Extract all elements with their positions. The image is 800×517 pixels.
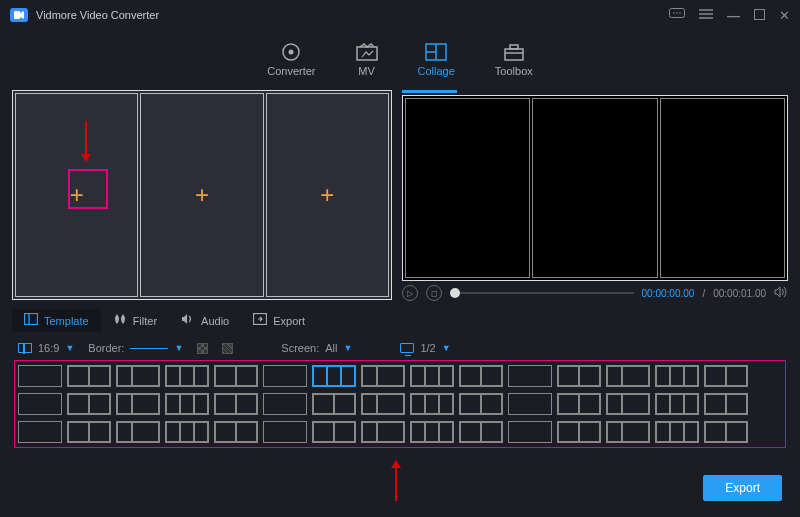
feedback-icon[interactable] [669,8,685,23]
template-thumb-14[interactable] [704,365,748,387]
tab-label: Toolbox [495,65,533,77]
template-thumb-25[interactable] [508,393,552,415]
total-time: 00:00:01.00 [713,288,766,299]
playhead[interactable] [450,288,460,298]
close-button[interactable]: ✕ [779,8,790,23]
template-options: 16:9 ▼ Border: ▼ Screen: All ▼ 1/2 ▼ [0,336,800,360]
border-preview [130,348,168,349]
screen-label: Screen: [281,342,319,354]
template-thumb-2[interactable] [116,365,160,387]
subtab-label: Export [273,315,305,327]
template-thumb-5[interactable] [263,365,307,387]
template-thumb-32[interactable] [116,421,160,443]
template-thumb-44[interactable] [704,421,748,443]
template-thumb-4[interactable] [214,365,258,387]
template-thumb-18[interactable] [165,393,209,415]
play-button[interactable]: ▷ [402,285,418,301]
template-thumb-26[interactable] [557,393,601,415]
app-title: Vidmore Video Converter [36,9,159,21]
tab-mv[interactable]: MV [356,43,378,77]
svg-rect-16 [510,45,518,49]
template-thumb-1[interactable] [67,365,111,387]
app-logo-icon [10,8,28,22]
collage-slot-2[interactable]: + [140,93,263,297]
tab-converter[interactable]: Converter [267,43,315,77]
svg-point-3 [676,12,678,14]
template-thumb-10[interactable] [508,365,552,387]
svg-point-4 [679,12,681,14]
subtab-audio[interactable]: Audio [169,309,241,332]
preview-slot [405,98,530,278]
svg-rect-15 [505,49,523,60]
template-thumb-6[interactable] [312,365,356,387]
display-selector[interactable]: 1/2 ▼ [400,342,450,354]
dropdown-arrow-icon: ▼ [174,343,183,353]
template-thumb-19[interactable] [214,393,258,415]
subtab-label: Audio [201,315,229,327]
template-thumb-9[interactable] [459,365,503,387]
template-thumb-31[interactable] [67,421,111,443]
template-thumb-36[interactable] [312,421,356,443]
maximize-button[interactable] [754,8,765,23]
border-label: Border: [88,342,124,354]
subtab-filter[interactable]: Filter [101,309,169,332]
screen-selector[interactable]: Screen: All ▼ [281,342,352,354]
template-thumb-15[interactable] [18,393,62,415]
template-thumb-30[interactable] [18,421,62,443]
template-thumb-43[interactable] [655,421,699,443]
template-thumb-38[interactable] [410,421,454,443]
template-thumb-24[interactable] [459,393,503,415]
template-thumb-8[interactable] [410,365,454,387]
tab-collage[interactable]: Collage [418,43,455,77]
pattern-checker-button[interactable] [197,343,208,354]
aspect-ratio-selector[interactable]: 16:9 ▼ [18,342,74,354]
template-thumb-28[interactable] [655,393,699,415]
template-thumb-3[interactable] [165,365,209,387]
template-thumb-29[interactable] [704,393,748,415]
dropdown-arrow-icon: ▼ [344,343,353,353]
template-thumb-41[interactable] [557,421,601,443]
template-thumb-12[interactable] [606,365,650,387]
titlebar: Vidmore Video Converter — ✕ [0,0,800,30]
template-thumb-42[interactable] [606,421,650,443]
template-thumb-33[interactable] [165,421,209,443]
subtab-label: Filter [133,315,157,327]
time-sep: / [702,288,705,299]
template-thumb-11[interactable] [557,365,601,387]
template-thumb-13[interactable] [655,365,699,387]
preview-panel: ▷ ◻ 00:00:00.00/00:00:01.00 [402,90,788,305]
template-thumb-40[interactable] [508,421,552,443]
template-thumb-23[interactable] [410,393,454,415]
minimize-button[interactable]: — [727,8,740,23]
subtab-export[interactable]: Export [241,309,317,332]
subtab-template[interactable]: Template [12,309,101,332]
screen-value: All [325,342,337,354]
preview-slot [660,98,785,278]
template-thumb-17[interactable] [116,393,160,415]
svg-point-10 [289,50,294,55]
template-thumb-7[interactable] [361,365,405,387]
export-button[interactable]: Export [703,475,782,501]
template-thumb-16[interactable] [67,393,111,415]
template-thumb-22[interactable] [361,393,405,415]
collage-slot-3[interactable]: + [266,93,389,297]
menu-icon[interactable] [699,8,713,23]
template-thumb-21[interactable] [312,393,356,415]
template-thumb-20[interactable] [263,393,307,415]
subtab-label: Template [44,315,89,327]
tab-label: Collage [418,65,455,77]
border-selector[interactable]: Border: ▼ [88,342,183,354]
volume-icon[interactable] [774,286,788,300]
template-thumb-35[interactable] [263,421,307,443]
template-thumb-27[interactable] [606,393,650,415]
template-thumb-0[interactable] [18,365,62,387]
annotation-arrow-up [395,461,397,501]
pattern-hatch-button[interactable] [222,343,233,354]
template-thumb-39[interactable] [459,421,503,443]
window-controls: — ✕ [669,8,790,23]
template-thumb-37[interactable] [361,421,405,443]
stop-button[interactable]: ◻ [426,285,442,301]
tab-toolbox[interactable]: Toolbox [495,43,533,77]
template-thumb-34[interactable] [214,421,258,443]
timeline[interactable] [450,292,634,294]
